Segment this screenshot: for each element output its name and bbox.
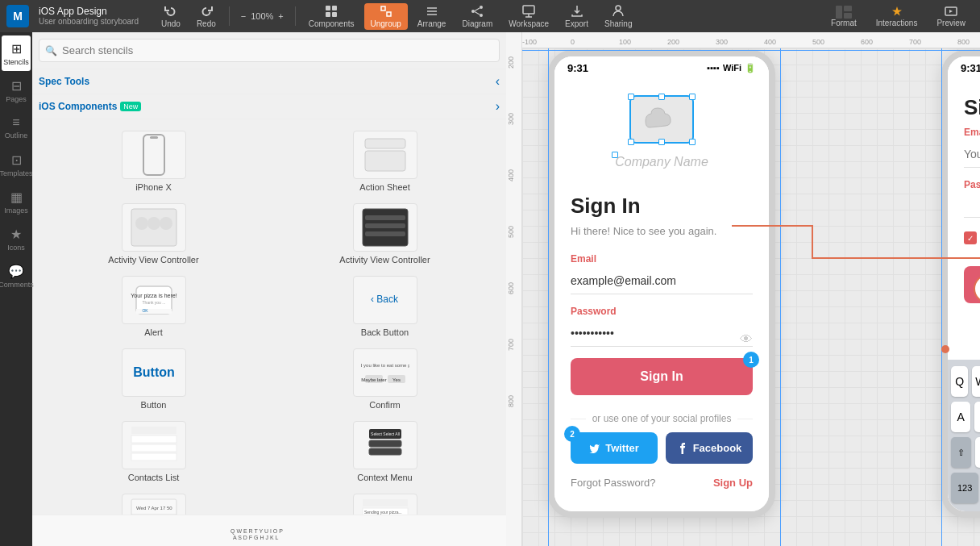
components-button[interactable]: Components	[302, 3, 361, 30]
stencil-activity-1[interactable]: Activity View Controller	[39, 198, 268, 269]
email-input[interactable]	[571, 268, 753, 294]
keyboard-row-1: Q W E R T Y U I O P	[951, 366, 980, 397]
ruler-vertical: 200 300 400 500 600 700 800	[506, 32, 522, 546]
handle-bm[interactable]	[658, 139, 665, 145]
ungroup-button[interactable]: Ungroup	[364, 3, 408, 30]
undo-button[interactable]: Undo	[155, 3, 187, 30]
svg-text:Q W E R T Y U I O P: Q W E R T Y U I O P	[230, 528, 283, 535]
signin-btn-wrap: Sign In 1	[571, 358, 753, 406]
stencil-label-confirm: Confirm	[369, 400, 401, 410]
signin-form: Sign In Hi there! Nice to see you again.…	[554, 185, 769, 489]
have-account-row: Have an Account? Sign In 3	[964, 324, 980, 340]
preview-button[interactable]: Preview	[928, 4, 974, 29]
canvas-inner: 9:31 ▪▪▪▪ WiFi 🔋	[506, 32, 980, 546]
stencil-button[interactable]: Button Button	[39, 344, 268, 415]
interactions-button[interactable]: Interactions	[868, 4, 926, 29]
format-button[interactable]: Format	[823, 4, 865, 29]
stencil-email-inbox[interactable]: Sending your pizza... Email Inbox	[270, 489, 500, 515]
sidebar-item-templates[interactable]: ⊡ Templates	[2, 147, 31, 182]
sharing-button[interactable]: Sharing	[598, 3, 638, 30]
spec-tools-toggle[interactable]: ‹	[496, 74, 500, 89]
spec-tools-section: Spec Tools ‹	[32, 69, 506, 94]
signup-password-field[interactable]	[964, 194, 980, 218]
stencil-grid: iPhone X Action Sheet Activity View Cont…	[32, 119, 506, 515]
signup-link[interactable]: Sign Up	[713, 477, 753, 489]
svg-text:‹ Back: ‹ Back	[371, 294, 399, 305]
sidebar-item-stencils[interactable]: ⊞ Stencils	[2, 35, 31, 71]
svg-rect-45	[131, 444, 176, 452]
stencil-iphone-x[interactable]: iPhone X	[39, 126, 268, 197]
key-z[interactable]: Z	[975, 437, 980, 468]
connector-dot-left	[941, 345, 949, 353]
stencil-confirm[interactable]: Maybe laterYesWould you like to eat some…	[270, 344, 500, 415]
right-toolbar: Format Interactions Preview	[823, 4, 974, 29]
company-name-placeholder: Company Name	[615, 155, 708, 169]
password-input[interactable]	[571, 320, 753, 347]
twitter-button[interactable]: Twitter	[571, 432, 658, 464]
svg-text:Thank you ...: Thank you ...	[142, 300, 165, 305]
main-layout: ⊞ Stencils ⊟ Pages ≡ Outline ⊡ Templates…	[0, 32, 980, 546]
stencil-back-button[interactable]: ‹ Back Back Button	[270, 271, 500, 342]
handle-tr[interactable]	[689, 94, 696, 100]
svg-point-25	[160, 217, 172, 230]
key-shift[interactable]: ⇧	[951, 437, 971, 468]
key-q[interactable]: Q	[951, 366, 968, 397]
stencil-thumb-back: ‹ Back	[353, 276, 417, 324]
export-button[interactable]: Export	[559, 3, 595, 30]
sidebar-item-icons[interactable]: ★ Icons	[2, 221, 31, 256]
arrange-button[interactable]: Arrange	[411, 3, 453, 30]
guide-v2	[780, 32, 781, 546]
redo-button[interactable]: Redo	[190, 3, 222, 30]
handle-tl[interactable]	[628, 94, 634, 100]
toolbar: M iOS App Design User onboarding storybo…	[0, 0, 980, 32]
stencil-thumb-confirm: Maybe laterYesWould you like to eat some…	[353, 348, 417, 397]
key-numbers[interactable]: 123	[951, 473, 978, 503]
sidebar-item-images[interactable]: ▦ Images	[2, 184, 31, 219]
canvas-area[interactable]: -100 0 100 200 300 400 500 600 700 800 9…	[506, 32, 980, 546]
logo-cloud-box[interactable]	[629, 95, 694, 144]
email-label: Email	[571, 253, 753, 265]
sidebar-item-pages[interactable]: ⊟ Pages	[2, 73, 31, 108]
svg-text:Would you like to eat some piz: Would you like to eat some pizza?	[361, 363, 409, 368]
stencil-activity-2[interactable]: Activity View Controller	[270, 198, 500, 269]
separator2	[295, 6, 296, 26]
stencil-thumb-email: Sending your pizza...	[353, 494, 417, 515]
ios-toggle[interactable]: ›	[496, 99, 500, 114]
eye-icon[interactable]: 👁	[740, 332, 753, 347]
ruler-horizontal: -100 0 100 200 300 400 500 600 700 800 9…	[522, 32, 980, 48]
sidebar-item-outline[interactable]: ≡ Outline	[2, 110, 31, 145]
key-a[interactable]: A	[951, 402, 970, 432]
separator	[229, 6, 230, 26]
status-icons-1: ▪▪▪▪ WiFi 🔋	[707, 63, 756, 73]
stencil-date-picker[interactable]: Wed 7 Apr 17 50 Date Picker	[39, 489, 268, 515]
stencil-alert[interactable]: Your pizza is here!Thank you ...OK Alert	[39, 271, 268, 342]
diagram-button[interactable]: Diagram	[455, 3, 499, 30]
stencil-context-menu[interactable]: Select Select All Context Menu	[270, 416, 500, 487]
zoom-minus[interactable]: −	[241, 11, 246, 21]
svg-rect-2	[326, 12, 330, 17]
handle-bl[interactable]	[628, 139, 634, 145]
keyboard: Q W E R T Y U I O P	[948, 360, 980, 511]
stencil-action-sheet[interactable]: Action Sheet	[270, 126, 500, 197]
zoom-plus[interactable]: +	[278, 11, 283, 21]
handle-tm[interactable]	[658, 94, 665, 100]
workspace-button[interactable]: Workspace	[502, 3, 555, 30]
signup-email-input[interactable]	[964, 141, 980, 168]
svg-text:Select  Select All: Select Select All	[371, 431, 400, 436]
stencil-thumb-action	[353, 131, 417, 179]
new-badge: New	[120, 102, 141, 111]
svg-text:A S D F G H J K L: A S D F G H J K L	[233, 535, 279, 540]
handle-br[interactable]	[689, 139, 696, 145]
facebook-button[interactable]: Facebook	[666, 432, 753, 464]
social-buttons: Twitter Facebook	[571, 432, 753, 464]
key-w[interactable]: W	[972, 366, 980, 397]
sidebar-item-comments[interactable]: 💬 Comments	[2, 258, 31, 294]
stencil-label-action: Action Sheet	[359, 182, 409, 192]
search-input[interactable]	[39, 39, 500, 62]
stencil-contacts-list[interactable]: Contacts List	[39, 416, 268, 487]
key-s[interactable]: S	[974, 402, 980, 432]
text-handle[interactable]	[612, 152, 618, 158]
terms-checkbox[interactable]: ✓	[964, 231, 977, 244]
signin-button[interactable]: Sign In	[571, 358, 753, 395]
forgot-password-link[interactable]: Forgot Password?	[571, 477, 656, 489]
